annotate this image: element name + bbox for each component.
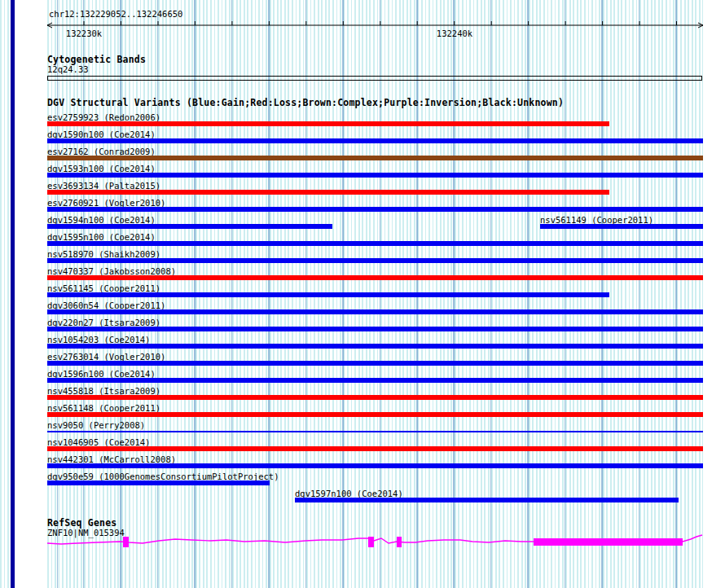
cytogenetic-band-box[interactable] — [47, 76, 702, 81]
variant-bar[interactable] — [47, 190, 609, 195]
variant-bar[interactable] — [47, 156, 703, 160]
panel-left-edge-bar — [11, 0, 15, 588]
detail-panel: chr12:132229052..132246650 132230k132240… — [47, 0, 703, 588]
variant-label[interactable]: dgv1593n100 (Coe2014) — [47, 165, 156, 173]
ruler-tick-label: 132230k — [66, 29, 102, 37]
refseq-gene-glyph[interactable] — [47, 529, 703, 554]
variant-label[interactable]: esv2760921 (Vogler2010) — [47, 199, 165, 207]
variant-label[interactable]: nsv1046905 (Coe2014) — [47, 438, 150, 446]
coordinate-ruler — [47, 0, 703, 41]
variant-label[interactable]: esv3693134 (Palta2015) — [47, 182, 160, 190]
variant-label[interactable]: dgv1597n100 (Coe2014) — [295, 489, 403, 498]
variant-bar[interactable] — [47, 378, 703, 383]
variant-bar[interactable] — [47, 361, 703, 366]
cytogenetic-section-title: Cytogenetic Bands — [47, 55, 146, 64]
dgv-section-title: DGV Structural Variants (Blue:Gain;Red:L… — [47, 99, 564, 108]
variant-label[interactable]: nsv442301 (McCarroll2008) — [47, 455, 176, 463]
variant-label[interactable]: dgv950e59 (1000GenomesConsortiumPilotPro… — [47, 472, 279, 480]
genome-browser-panel: chr12:132229052..132246650 132230k132240… — [0, 0, 725, 588]
variant-bar[interactable] — [47, 258, 703, 263]
refseq-section-title: RefSeq Genes — [47, 519, 116, 528]
variant-label[interactable]: nsv470337 (Jakobsson2008) — [47, 267, 176, 275]
variant-bar[interactable] — [47, 275, 703, 280]
variant-bar[interactable] — [47, 292, 609, 297]
variant-label[interactable]: nsv1054203 (Coe2014) — [47, 336, 150, 344]
variant-label[interactable]: dgv1590n100 (Coe2014) — [47, 130, 156, 138]
variant-bar[interactable] — [47, 395, 703, 400]
variant-bar[interactable] — [47, 327, 703, 331]
variant-label[interactable]: dgv1596n100 (Coe2014) — [47, 370, 156, 378]
variant-label[interactable]: nsv455818 (Itsara2009) — [47, 387, 160, 395]
variant-bar[interactable] — [540, 224, 703, 229]
variant-label[interactable]: dgv3060n54 (Cooper2011) — [47, 301, 165, 309]
variant-label[interactable]: esv2759923 (Redon2006) — [47, 113, 160, 121]
variant-label[interactable]: nsv561145 (Cooper2011) — [47, 284, 160, 292]
variant-bar[interactable] — [47, 431, 703, 432]
variant-label[interactable]: dgv220n27 (Itsara2009) — [47, 318, 160, 327]
variant-bar[interactable] — [295, 498, 679, 502]
variant-bar[interactable] — [47, 224, 332, 229]
variant-bar[interactable] — [47, 344, 703, 349]
variant-label[interactable]: esv27162 (Conrad2009) — [47, 147, 156, 156]
variant-label[interactable]: nsv518970 (Shaikh2009) — [47, 250, 160, 258]
variant-bar[interactable] — [47, 446, 703, 451]
variant-bar[interactable] — [47, 121, 609, 126]
variant-bar[interactable] — [47, 173, 703, 178]
variant-label[interactable]: nsv561149 (Cooper2011) — [540, 216, 653, 224]
left-margin-grid — [0, 0, 11, 588]
variant-bar[interactable] — [47, 309, 703, 314]
variant-bar[interactable] — [47, 138, 703, 143]
ruler-tick-label: 132240k — [437, 29, 472, 37]
variant-bar[interactable] — [47, 207, 703, 212]
variant-bar[interactable] — [47, 241, 703, 246]
variant-label[interactable]: dgv1594n100 (Coe2014) — [47, 216, 156, 224]
variant-bar[interactable] — [47, 412, 703, 417]
variant-label[interactable]: dgv1595n100 (Coe2014) — [47, 233, 156, 241]
variant-label[interactable]: nsv561148 (Cooper2011) — [47, 404, 160, 412]
variant-label[interactable]: nsv9050 (Perry2008) — [47, 421, 145, 429]
variant-bar[interactable] — [47, 480, 270, 485]
variant-label[interactable]: esv2763014 (Vogler2010) — [47, 353, 165, 361]
variant-bar[interactable] — [47, 463, 703, 468]
cytogenetic-band-label: 12q24.33 — [47, 65, 89, 73]
